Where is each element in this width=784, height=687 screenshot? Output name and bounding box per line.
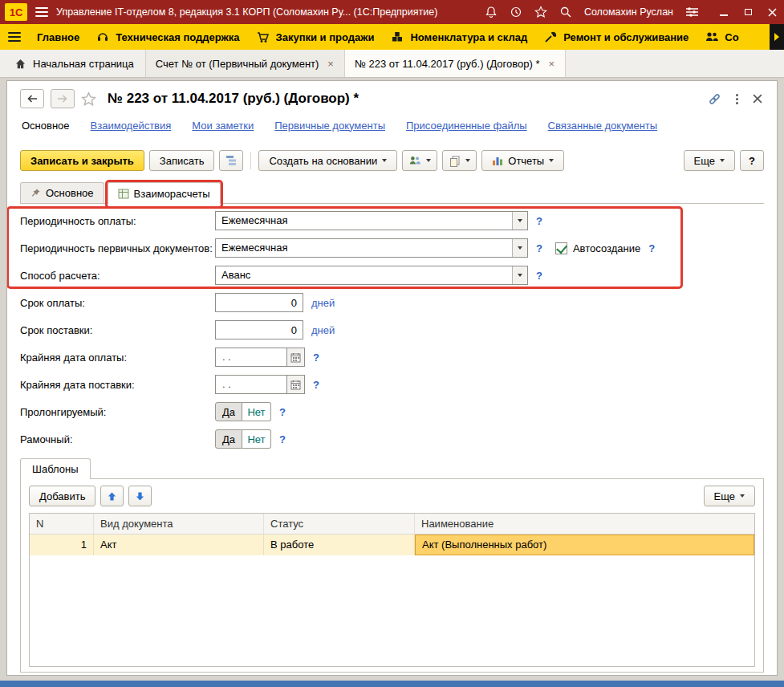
add-row-button[interactable]: Добавить	[29, 486, 95, 506]
navlink-attached-files[interactable]: Присоединенные файлы	[406, 120, 527, 132]
dropdown-arrow-icon[interactable]	[512, 266, 527, 284]
form-tab-main[interactable]: Основное	[20, 182, 104, 203]
menu-scroll-right-button[interactable]	[770, 24, 784, 50]
help-link[interactable]: ?	[536, 270, 542, 282]
view-settings-icon[interactable]	[685, 6, 699, 18]
templates-tab[interactable]: Шаблоны	[20, 458, 91, 479]
help-link[interactable]: ?	[313, 352, 319, 364]
current-user[interactable]: Соломахин Руслан	[584, 6, 673, 18]
prolongable-yes-button[interactable]: Да	[215, 402, 242, 421]
select-value: Аванс	[216, 266, 512, 284]
delivery-term-input[interactable]	[215, 320, 303, 339]
calendar-icon[interactable]	[287, 375, 305, 394]
dropdown-arrow-icon[interactable]	[512, 239, 527, 257]
subordination-structure-button[interactable]	[219, 150, 243, 171]
people-icon	[705, 30, 719, 44]
menu-item-tech-support[interactable]: Техническая поддержка	[95, 30, 239, 44]
help-button[interactable]: ?	[740, 150, 764, 171]
favorites-star-icon[interactable]	[534, 6, 547, 18]
column-header-name[interactable]: Наименование	[415, 514, 754, 534]
close-tab-icon[interactable]: ×	[548, 58, 556, 70]
help-link[interactable]: ?	[313, 379, 319, 391]
home-page-tab[interactable]: Начальная страница	[3, 50, 146, 77]
copy-document-button[interactable]	[442, 150, 477, 171]
autocreate-checkbox[interactable]	[555, 242, 567, 254]
calendar-icon[interactable]	[287, 348, 305, 367]
cell-doc-type[interactable]: Акт	[94, 535, 264, 555]
select-value: Ежемесячная	[216, 212, 512, 230]
help-link[interactable]: ?	[648, 242, 655, 254]
home-icon	[14, 58, 26, 70]
more-commands-icon[interactable]	[734, 92, 740, 106]
navlink-interactions[interactable]: Взаимодействия	[91, 120, 172, 132]
minimize-button[interactable]	[712, 0, 736, 24]
cell-n[interactable]: 1	[30, 535, 94, 555]
back-button[interactable]	[20, 89, 44, 108]
form-fields: Периодичность оплаты: Ежемесячная ? Пери…	[20, 211, 764, 449]
framework-yes-button[interactable]: Да	[215, 429, 242, 449]
navlink-my-notes[interactable]: Мои заметки	[192, 120, 254, 132]
save-and-close-button[interactable]: Записать и закрыть	[20, 150, 144, 171]
move-down-button[interactable]	[128, 486, 152, 506]
prolongable-switch: Да Нет	[215, 402, 271, 421]
help-link[interactable]: ?	[536, 215, 542, 227]
menu-item-stock[interactable]: Номенклатура и склад	[390, 30, 527, 44]
history-icon[interactable]	[510, 6, 522, 18]
dropdown-arrow-icon[interactable]	[512, 212, 527, 230]
close-window-button[interactable]	[760, 0, 784, 24]
help-link[interactable]: ?	[279, 406, 286, 418]
main-menu-icon[interactable]	[35, 7, 48, 17]
tab-label: Счет № от (Первичный документ)	[156, 58, 319, 70]
window-controls	[712, 0, 784, 24]
menu-item-main[interactable]: Главное	[37, 31, 79, 43]
help-link[interactable]: ?	[279, 433, 286, 445]
close-tab-icon[interactable]: ×	[327, 58, 335, 70]
payment-term-input[interactable]	[215, 293, 303, 312]
cell-status[interactable]: В работе	[264, 535, 415, 555]
settlements-icon	[118, 189, 129, 199]
purchases-icon	[256, 30, 270, 44]
maximize-button[interactable]	[736, 0, 760, 24]
notifications-bell-icon[interactable]	[485, 6, 498, 18]
tab-contract-document[interactable]: № 223 от 11.04.2017 (руб.) (Договор) * ×	[345, 50, 566, 77]
sections-menu-icon[interactable]	[8, 32, 21, 42]
menu-label: Главное	[37, 31, 79, 43]
docs-periodicity-select[interactable]: Ежемесячная	[215, 238, 528, 258]
help-link[interactable]: ?	[536, 242, 542, 254]
field-label: Срок поставки:	[20, 324, 215, 336]
navlink-related-docs[interactable]: Связанные документы	[548, 120, 658, 132]
sections-menubar: Главное Техническая поддержка Закупки и …	[0, 24, 784, 50]
field-label: Срок оплаты:	[20, 297, 215, 309]
column-header-n[interactable]: N	[30, 514, 94, 534]
calc-method-select[interactable]: Аванс	[215, 266, 528, 285]
delivery-deadline-input[interactable]: . .	[215, 375, 287, 394]
tab-invoice-document[interactable]: Счет № от (Первичный документ) ×	[146, 50, 345, 77]
close-document-icon[interactable]	[753, 94, 762, 104]
more-actions-button[interactable]: Еще	[684, 150, 735, 171]
navlink-primary-docs[interactable]: Первичные документы	[274, 120, 385, 132]
assign-responsible-button[interactable]	[402, 150, 437, 171]
save-button[interactable]: Записать	[149, 150, 215, 171]
form-tab-settlements[interactable]: Взаиморасчеты	[108, 182, 221, 204]
menu-item-repair[interactable]: Ремонт и обслуживание	[543, 30, 689, 44]
framework-no-button[interactable]: Нет	[242, 429, 271, 449]
search-icon[interactable]	[559, 6, 572, 18]
move-up-button[interactable]	[100, 486, 124, 506]
cell-name-selected[interactable]: Акт (Выполненных работ)	[415, 535, 754, 555]
get-link-icon[interactable]	[708, 92, 721, 106]
reports-button[interactable]: Отчеты	[481, 150, 564, 171]
table-row[interactable]: 1 Акт В работе Акт (Выполненных работ)	[30, 535, 754, 555]
column-header-doc-type[interactable]: Вид документа	[94, 514, 264, 534]
prolongable-no-button[interactable]: Нет	[242, 402, 271, 421]
payment-deadline-input[interactable]: . .	[215, 348, 287, 367]
templates-more-button[interactable]: Еще	[704, 486, 755, 506]
forward-button[interactable]	[51, 89, 75, 108]
field-prolongable: Пролонгируемый: Да Нет ?	[20, 402, 764, 421]
payment-periodicity-select[interactable]: Ежемесячная	[215, 211, 528, 230]
column-header-status[interactable]: Статус	[264, 514, 415, 534]
navlink-main[interactable]: Основное	[22, 120, 70, 132]
menu-item-staff[interactable]: Со	[705, 30, 738, 44]
create-based-on-button[interactable]: Создать на основании	[258, 150, 397, 171]
favorite-star-icon[interactable]	[81, 91, 96, 107]
menu-item-purchases-sales[interactable]: Закупки и продажи	[256, 30, 375, 44]
